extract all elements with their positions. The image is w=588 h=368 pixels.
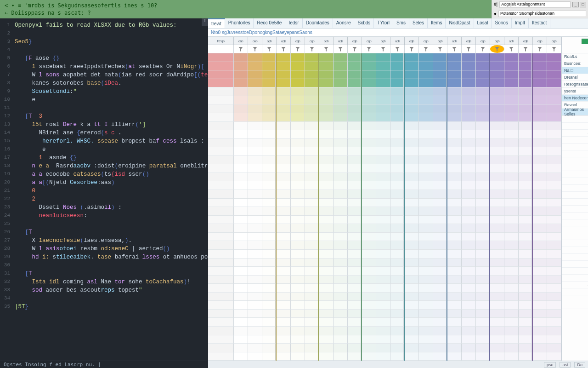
cell[interactable] — [319, 96, 334, 105]
panel-section[interactable]: DNansl — [562, 74, 588, 81]
filter-icon[interactable] — [348, 45, 362, 53]
cell[interactable] — [234, 190, 248, 199]
cell[interactable] — [519, 276, 532, 284]
cell[interactable] — [405, 139, 419, 148]
panel-section[interactable]: ysens! — [562, 88, 588, 95]
cell[interactable] — [248, 301, 262, 310]
cell[interactable] — [234, 104, 248, 113]
cell[interactable] — [433, 344, 447, 352]
cell[interactable] — [291, 130, 305, 139]
cell[interactable] — [405, 96, 419, 105]
cell[interactable] — [362, 130, 376, 139]
cell[interactable] — [476, 276, 489, 284]
cell[interactable] — [519, 130, 532, 139]
cell[interactable] — [376, 352, 390, 361]
cell[interactable] — [519, 173, 532, 182]
cell[interactable] — [376, 130, 390, 139]
cell[interactable] — [547, 259, 561, 267]
cell[interactable] — [208, 130, 234, 139]
cell[interactable] — [319, 70, 334, 79]
cell[interactable] — [248, 335, 262, 344]
cell[interactable] — [248, 293, 262, 301]
cell[interactable] — [248, 224, 262, 233]
cell[interactable] — [419, 344, 433, 352]
cell[interactable] — [334, 147, 348, 156]
cell[interactable] — [376, 335, 390, 344]
cell[interactable] — [277, 147, 291, 156]
cell[interactable] — [419, 87, 433, 96]
cell[interactable] — [390, 79, 404, 88]
cell[interactable] — [234, 284, 248, 293]
cell[interactable] — [476, 156, 489, 165]
cell[interactable] — [405, 164, 419, 173]
panel-list-item[interactable]: aBD — [562, 282, 588, 288]
cell[interactable] — [390, 301, 404, 310]
cell[interactable] — [476, 259, 489, 267]
cell[interactable] — [362, 173, 376, 182]
cell[interactable] — [504, 139, 519, 148]
cell[interactable] — [319, 122, 334, 131]
cell[interactable] — [390, 199, 404, 207]
cell[interactable] — [334, 327, 348, 335]
cell[interactable] — [547, 267, 561, 276]
cell[interactable] — [319, 284, 334, 293]
cell[interactable] — [476, 173, 489, 182]
cell[interactable] — [419, 199, 433, 207]
cell[interactable] — [519, 259, 532, 267]
cell[interactable] — [433, 352, 447, 361]
cell[interactable] — [504, 113, 519, 122]
cell[interactable] — [319, 164, 334, 173]
cell[interactable] — [376, 96, 390, 105]
cell[interactable] — [490, 318, 504, 327]
cell[interactable] — [462, 164, 476, 173]
cell[interactable] — [334, 241, 348, 250]
cell[interactable] — [390, 259, 404, 267]
cell[interactable] — [447, 250, 462, 259]
cell[interactable] — [208, 79, 234, 88]
cell[interactable] — [476, 250, 489, 259]
cell[interactable] — [533, 199, 547, 207]
cell[interactable] — [390, 267, 404, 276]
cell[interactable] — [234, 173, 248, 182]
cell[interactable] — [376, 104, 390, 113]
cell[interactable] — [248, 122, 262, 131]
cell[interactable] — [234, 344, 248, 352]
cell[interactable] — [291, 310, 305, 318]
cell[interactable] — [362, 164, 376, 173]
cell[interactable] — [277, 224, 291, 233]
cell[interactable] — [390, 344, 404, 352]
cell[interactable] — [405, 293, 419, 301]
cell[interactable] — [305, 190, 318, 199]
cell[interactable] — [334, 96, 348, 105]
cell[interactable] — [433, 104, 447, 113]
cell[interactable] — [291, 335, 305, 344]
cell[interactable] — [348, 87, 361, 96]
cell[interactable] — [462, 190, 476, 199]
cell[interactable] — [419, 173, 433, 182]
cell[interactable] — [376, 224, 390, 233]
cell[interactable] — [405, 224, 419, 233]
cell[interactable] — [519, 113, 532, 122]
cell[interactable] — [319, 104, 334, 113]
cell[interactable] — [348, 233, 361, 242]
cell[interactable] — [234, 199, 248, 207]
cell[interactable] — [376, 284, 390, 293]
cell[interactable] — [433, 327, 447, 335]
cell[interactable] — [490, 190, 504, 199]
cell[interactable] — [533, 181, 547, 190]
cell[interactable] — [208, 181, 234, 190]
cell[interactable] — [533, 164, 547, 173]
cell[interactable] — [405, 199, 419, 207]
cell[interactable] — [376, 233, 390, 242]
cell[interactable] — [419, 224, 433, 233]
cell[interactable] — [262, 344, 276, 352]
ribbon-tab[interactable]: Aonsre — [333, 18, 355, 28]
panel-section[interactable]: Armasmos Selles — [562, 109, 588, 115]
cell[interactable] — [476, 310, 489, 318]
cell[interactable] — [490, 233, 504, 242]
cell[interactable] — [533, 344, 547, 352]
cell[interactable] — [208, 139, 234, 148]
cell[interactable] — [490, 293, 504, 301]
cell[interactable] — [319, 199, 334, 207]
cell[interactable] — [376, 199, 390, 207]
